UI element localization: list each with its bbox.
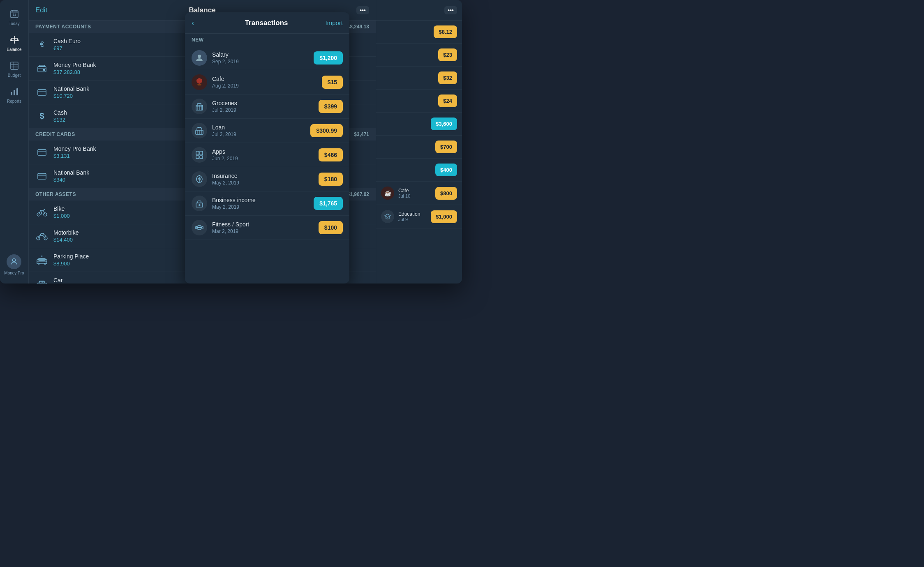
bike-icon: [35, 206, 49, 219]
right-item: $24: [376, 90, 462, 113]
payment-accounts-title: PAYMENT ACCOUNTS: [35, 24, 91, 30]
svg-rect-52: [200, 151, 203, 155]
trans-date: May 2, 2019: [212, 204, 314, 210]
trans-name: Groceries: [212, 100, 319, 106]
edit-button[interactable]: Edit: [35, 6, 47, 14]
right-amount: $32: [438, 71, 457, 84]
transactions-title: Transactions: [199, 19, 334, 27]
recent-date: Jul 9: [398, 217, 420, 222]
calendar-icon: 21: [9, 8, 20, 20]
more-options-button[interactable]: •••: [356, 6, 369, 14]
right-amount: $23: [438, 48, 457, 61]
trans-name: Fitness / Sport: [212, 221, 319, 228]
trans-date: Sep 2, 2019: [212, 59, 314, 65]
salary-avatar: [192, 50, 207, 66]
back-button[interactable]: ‹: [192, 18, 194, 28]
svg-rect-60: [202, 226, 203, 229]
right-amount: $400: [435, 164, 457, 176]
svg-text:P: P: [41, 256, 43, 258]
business-avatar: [192, 196, 207, 211]
trans-amount: $100: [319, 221, 343, 234]
svg-rect-19: [38, 90, 46, 95]
transaction-item-fitness[interactable]: Fitness / Sport Mar 2, 2019 $100: [185, 216, 349, 240]
trans-date: Jun 2, 2019: [212, 156, 319, 161]
recent-amount: $800: [435, 187, 457, 200]
fitness-avatar: [192, 220, 207, 235]
right-item: $8.12: [376, 21, 462, 44]
motorbike-icon: [35, 230, 49, 243]
sidebar-item-today[interactable]: 21 Today: [0, 4, 28, 30]
card-icon: [35, 86, 49, 99]
recent-education-item[interactable]: Education Jul 9 $1,000: [376, 205, 462, 228]
trans-name: Salary: [212, 51, 314, 58]
sidebar-item-balance[interactable]: Balance: [0, 30, 28, 56]
avatar[interactable]: [7, 254, 21, 269]
recent-name: Education: [398, 211, 420, 217]
trans-name: Business income: [212, 197, 314, 203]
sidebar: 21 Today Balance: [0, 0, 29, 284]
sidebar-item-budget[interactable]: Budget: [0, 56, 28, 82]
education-icon: [381, 210, 394, 223]
right-panel-more-button[interactable]: •••: [444, 6, 457, 14]
euro-icon: €: [35, 38, 49, 51]
trans-date: May 2, 2019: [212, 180, 319, 186]
cafe-icon: ☕: [381, 187, 394, 200]
parking-icon: P: [35, 254, 49, 267]
trans-amount: $1,200: [314, 51, 343, 65]
trans-amount: $300.99: [310, 124, 343, 137]
recent-name: Cafe: [398, 188, 410, 194]
transaction-item-groceries[interactable]: Groceries Jul 2, 2019 $399: [185, 94, 349, 119]
transaction-item-salary[interactable]: Salary Sep 2, 2019 $1,200: [185, 46, 349, 70]
transaction-item-business[interactable]: Business income May 2, 2019 $1,765: [185, 191, 349, 216]
transactions-list: Salary Sep 2, 2019 $1,200 Cafe Aug 2, 20…: [185, 46, 349, 284]
trans-amount: $1,765: [314, 197, 343, 210]
transaction-item-apps[interactable]: Apps Jun 2, 2019 $466: [185, 143, 349, 167]
apps-avatar: [192, 147, 207, 163]
right-amount: $3,600: [431, 118, 457, 130]
trans-name: Apps: [212, 148, 319, 155]
reports-icon: [9, 86, 20, 97]
recent-date: Jul 10: [398, 194, 410, 198]
sidebar-item-reports[interactable]: Reports: [0, 82, 28, 108]
trans-date: Mar 2, 2019: [212, 228, 319, 234]
car-icon: [35, 277, 49, 284]
app-label: Money Pro: [4, 271, 24, 275]
svg-rect-23: [38, 173, 46, 179]
trans-name: Insurance: [212, 173, 319, 179]
right-item: $700: [376, 136, 462, 159]
credit-cards-title: CREDIT CARDS: [35, 131, 75, 137]
svg-rect-51: [196, 151, 199, 155]
insurance-avatar: [192, 171, 207, 187]
trans-amount: $399: [319, 100, 343, 113]
right-panel-header: •••: [376, 0, 462, 21]
svg-rect-13: [11, 92, 12, 95]
import-button[interactable]: Import: [325, 19, 343, 26]
right-item: $400: [376, 159, 462, 182]
trans-amount: $466: [319, 148, 343, 161]
svg-rect-21: [38, 150, 46, 155]
credit-cards-total: $3,471: [354, 131, 369, 137]
credit-card-2-icon: [35, 170, 49, 183]
right-amount: $8.12: [434, 25, 457, 38]
svg-point-16: [13, 259, 16, 262]
credit-card-icon: [35, 146, 49, 159]
trans-date: Jul 2, 2019: [212, 131, 310, 137]
trans-name: Cafe: [212, 76, 322, 82]
svg-rect-15: [16, 88, 18, 95]
svg-rect-24: [38, 175, 46, 176]
groceries-avatar: [192, 99, 207, 114]
recent-cafe-item[interactable]: ☕ Cafe Jul 10 $800: [376, 182, 462, 205]
sidebar-bottom: Money Pro: [4, 254, 24, 279]
trans-name: Loan: [212, 124, 310, 131]
transaction-item-loan[interactable]: Loan Jul 2, 2019 $300.99: [185, 119, 349, 143]
svg-rect-22: [38, 151, 46, 152]
svg-rect-54: [200, 156, 203, 159]
svg-rect-14: [14, 90, 15, 95]
right-item: $3,600: [376, 113, 462, 136]
sidebar-reports-label: Reports: [7, 99, 21, 104]
transaction-item-insurance[interactable]: Insurance May 2, 2019 $180: [185, 167, 349, 191]
balance-icon: [9, 34, 20, 46]
trans-amount: $15: [322, 76, 343, 89]
transactions-panel: ‹ Transactions Import NEW Salary Sep 2, …: [185, 12, 349, 284]
transaction-item-cafe[interactable]: Cafe Aug 2, 2019 $15: [185, 70, 349, 94]
